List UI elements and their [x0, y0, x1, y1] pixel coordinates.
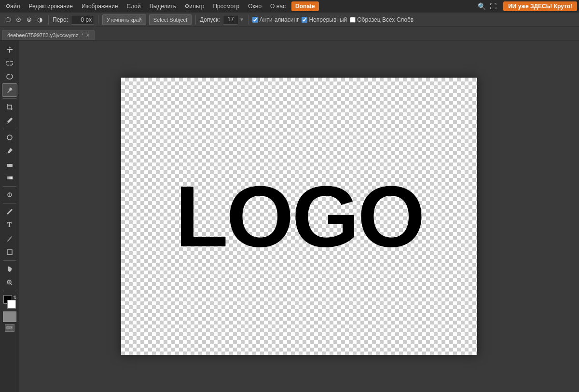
- sep-2: [98, 15, 98, 25]
- tool-icon-3[interactable]: ⊚: [24, 15, 34, 25]
- tool-icon-2[interactable]: ⊙: [14, 15, 23, 25]
- tab-close-button[interactable]: ×: [86, 32, 89, 39]
- tool-sep-3: [3, 186, 16, 187]
- tool-sep-2: [3, 129, 16, 129]
- gradient-tool[interactable]: [2, 172, 17, 184]
- magic-wand-tool[interactable]: [2, 84, 17, 96]
- tolerance-dropdown[interactable]: 17 ▼: [223, 15, 244, 25]
- ai-badge: ИИ уже ЗДЕСЬ! Круто!: [503, 1, 577, 11]
- selection-tool-icons: ⬡ ⊙ ⊚ ◑: [3, 15, 44, 25]
- marquee-rect-tool[interactable]: [2, 57, 17, 69]
- tool-sep-5: [3, 260, 16, 261]
- svg-rect-3: [7, 176, 13, 179]
- tool-icon-4[interactable]: ◑: [35, 15, 44, 25]
- svg-rect-0: [7, 61, 13, 65]
- tab-filename: 4eebee67599783.y3jvccwymz: [7, 32, 78, 38]
- menu-about[interactable]: О нас: [266, 1, 290, 11]
- tolerance-value: 17: [223, 15, 238, 25]
- anti-alias-checkbox[interactable]: [252, 17, 258, 23]
- menu-view[interactable]: Просмотр: [209, 1, 243, 11]
- canvas-area: LOGO: [19, 41, 579, 392]
- menu-edit[interactable]: Редактирование: [25, 1, 77, 11]
- svg-point-5: [7, 213, 8, 215]
- eyedropper-tool[interactable]: [2, 114, 17, 127]
- sep-1: [48, 15, 49, 25]
- refine-edge-button[interactable]: Уточнить край: [102, 14, 146, 25]
- menu-filter[interactable]: Фильтр: [181, 1, 208, 11]
- tolerance-label: Допуск:: [200, 16, 220, 23]
- sample-all-label: Образец Всех Слоёв: [357, 16, 414, 23]
- menu-layer[interactable]: Слой: [123, 1, 145, 11]
- continuous-label: Непрерывный: [309, 16, 347, 23]
- svg-rect-6: [7, 250, 12, 255]
- screen-mode-button[interactable]: ⌨: [5, 324, 14, 332]
- pen-label: Перо:: [53, 16, 68, 23]
- document-tab[interactable]: 4eebee67599783.y3jvccwymz * ×: [2, 30, 95, 40]
- lasso-tool[interactable]: [2, 70, 17, 83]
- sample-all-group: Образец Всех Слоёв: [350, 16, 414, 23]
- path-selection-tool[interactable]: [2, 232, 17, 245]
- shape-tool[interactable]: [2, 246, 17, 258]
- fullscreen-icon[interactable]: ⛶: [488, 1, 498, 12]
- tool-sep-6: [3, 291, 16, 291]
- pen-value-input[interactable]: [71, 15, 94, 25]
- sep-4: [248, 15, 248, 25]
- dodge-burn-tool[interactable]: [2, 189, 17, 201]
- brush-tool[interactable]: [2, 145, 17, 157]
- anti-alias-label: Анти-алиасинг: [260, 16, 299, 23]
- svg-point-1: [7, 135, 12, 140]
- quick-mask-button[interactable]: [3, 311, 16, 322]
- menu-image[interactable]: Изображение: [78, 1, 122, 11]
- search-icon[interactable]: 🔍: [476, 1, 487, 12]
- continuous-group: Непрерывный: [302, 16, 347, 23]
- move-tool[interactable]: [2, 43, 17, 56]
- menu-donate[interactable]: Donate: [291, 1, 319, 11]
- document-canvas: LOGO: [121, 78, 477, 355]
- eraser-tool[interactable]: [2, 158, 17, 171]
- pen-tool[interactable]: [2, 205, 17, 218]
- main-area: T ⇅ ⌨ LOGO: [0, 41, 579, 392]
- tool-icon-1[interactable]: ⬡: [3, 15, 13, 25]
- text-tool[interactable]: T: [2, 219, 17, 231]
- tool-sep-4: [3, 203, 16, 203]
- tabbar: 4eebee67599783.y3jvccwymz * ×: [0, 27, 579, 41]
- menubar: Файл Редактирование Изображение Слой Выд…: [0, 0, 579, 13]
- swap-colors-icon[interactable]: ⇅: [13, 295, 17, 300]
- tab-modified-indicator: *: [81, 33, 83, 38]
- crop-tool[interactable]: [2, 101, 17, 113]
- sample-all-checkbox[interactable]: [350, 17, 356, 23]
- svg-rect-2: [7, 164, 13, 167]
- continuous-checkbox[interactable]: [302, 17, 307, 23]
- menu-select[interactable]: Выделить: [146, 1, 180, 11]
- menu-window[interactable]: Окно: [244, 1, 265, 11]
- tool-sep-1: [3, 98, 16, 99]
- sep-3: [195, 15, 196, 25]
- anti-alias-group: Анти-алиасинг: [252, 16, 299, 23]
- zoom-tool[interactable]: [2, 276, 17, 289]
- hand-tool[interactable]: [2, 263, 17, 275]
- toolbar: ⬡ ⊙ ⊚ ◑ Перо: Уточнить край Select Subje…: [0, 13, 579, 27]
- background-color-swatch[interactable]: [7, 300, 16, 309]
- healing-brush-tool[interactable]: [2, 131, 17, 144]
- menu-file[interactable]: Файл: [2, 1, 24, 11]
- tolerance-dropdown-arrow[interactable]: ▼: [239, 17, 244, 22]
- logo-text: LOGO: [175, 173, 423, 260]
- select-subject-button[interactable]: Select Subject: [149, 14, 192, 25]
- color-swatches[interactable]: ⇅: [2, 295, 17, 309]
- toolbox: T ⇅ ⌨: [0, 41, 19, 392]
